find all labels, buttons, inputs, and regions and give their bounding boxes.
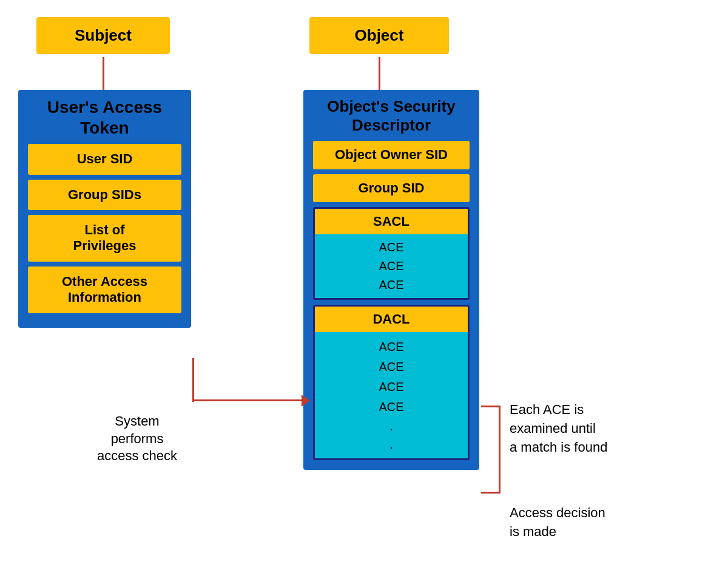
diagram-container: Subject Object User's Access Token User …	[0, 0, 728, 584]
bracket-right-top-h	[481, 406, 499, 407]
bracket-right-bottom-h	[481, 492, 499, 494]
security-descriptor-container: Object's SecurityDescriptor Object Owner…	[303, 90, 479, 470]
dacl-ace-3: ACE	[320, 377, 463, 397]
sacl-aces: ACE ACE ACE	[315, 234, 468, 298]
dacl-ace-4: ACE	[320, 397, 463, 417]
group-sid-item: Group SID	[313, 174, 470, 202]
dacl-ace-2: ACE	[320, 357, 463, 377]
access-token-container: User's Access Token User SID Group SIDs …	[18, 90, 191, 328]
dacl-header: DACL	[315, 307, 468, 332]
access-token-title: User's Access Token	[28, 97, 181, 138]
sacl-header: SACL	[315, 209, 468, 234]
other-access-info-item: Other AccessInformation	[28, 267, 181, 313]
object-box: Object	[309, 17, 449, 54]
object-owner-sid-item: Object Owner SID	[313, 141, 470, 169]
dacl-ace-1: ACE	[320, 337, 463, 357]
list-of-privileges-item: List ofPrivileges	[28, 215, 181, 262]
arrow-head	[302, 395, 310, 407]
sacl-ace-2: ACE	[320, 257, 463, 276]
arrow-horizontal-line	[193, 399, 305, 401]
dacl-dot-2: .	[320, 435, 463, 453]
sacl-group: SACL ACE ACE ACE	[313, 207, 470, 300]
security-descriptor-title: Object's SecurityDescriptor	[313, 97, 470, 135]
dacl-group: DACL ACE ACE ACE ACE . .	[313, 305, 470, 460]
access-decision-text: Access decisionis made	[510, 504, 605, 542]
group-sids-item: Group SIDs	[28, 180, 181, 210]
dacl-dot-1: .	[320, 417, 463, 435]
subject-label: Subject	[75, 26, 132, 44]
each-ace-text: Each ACE isexamined untila match is foun…	[510, 401, 607, 457]
system-performs-text: Systemperformsaccess check	[97, 413, 177, 465]
sacl-ace-1: ACE	[320, 238, 463, 257]
object-label: Object	[355, 26, 404, 44]
bracket-right-vertical	[499, 406, 500, 494]
dacl-aces: ACE ACE ACE ACE . .	[315, 332, 468, 458]
object-connector-line	[379, 57, 380, 90]
sacl-ace-3: ACE	[320, 276, 463, 294]
user-sid-item: User SID	[28, 144, 181, 174]
bracket-left-vertical	[192, 358, 194, 402]
subject-connector-line	[103, 57, 104, 90]
subject-box: Subject	[36, 17, 170, 54]
